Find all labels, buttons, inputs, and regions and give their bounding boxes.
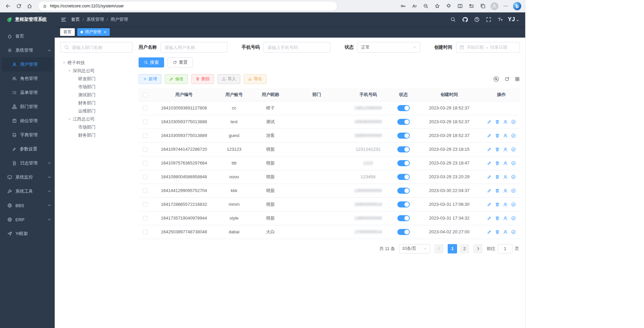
row-checkbox[interactable] [143, 230, 148, 234]
edit-button[interactable] [487, 120, 492, 124]
tree-node[interactable]: 市场部门 [60, 83, 133, 91]
edit-button[interactable] [487, 161, 492, 166]
assign-role-button[interactable] [511, 188, 516, 193]
tab-close-icon[interactable]: × [104, 30, 106, 34]
phone-input[interactable] [263, 42, 331, 53]
sidebar-item-erp[interactable]: ERP [0, 213, 55, 227]
collections-button[interactable] [478, 1, 488, 11]
tree-node[interactable]: 江西总公司 [60, 115, 133, 123]
delete-button[interactable] [495, 133, 500, 138]
page-size-select[interactable]: 10条/页 [399, 244, 430, 253]
row-checkbox[interactable] [143, 120, 148, 124]
assign-role-button[interactable] [511, 161, 516, 166]
row-checkbox[interactable] [143, 202, 148, 207]
tree-node[interactable]: 财务部门 [60, 131, 133, 139]
edit-button[interactable] [487, 230, 492, 234]
split-screen-button[interactable] [455, 1, 465, 11]
extensions-button[interactable] [443, 1, 454, 11]
delete-button[interactable] [495, 161, 500, 166]
assign-role-button[interactable] [511, 133, 516, 138]
font-size-button[interactable] [498, 17, 503, 22]
sidebar-item-monitor[interactable]: 系统监控 [0, 170, 55, 184]
profile-button[interactable] [489, 1, 500, 11]
status-select[interactable]: 正常 [357, 42, 420, 53]
status-toggle[interactable] [397, 215, 410, 221]
sidebar-item-yi-framework[interactable]: Yi框架 [0, 227, 55, 241]
reset-password-button[interactable] [503, 133, 508, 138]
address-bar[interactable]: https://ccnetcore.com:1101/system/user [38, 2, 337, 11]
row-checkbox[interactable] [143, 133, 148, 138]
search-button[interactable] [450, 17, 456, 22]
tree-node[interactable]: 研发部门 [60, 75, 133, 83]
row-checkbox[interactable] [143, 216, 148, 221]
delete-button[interactable] [495, 230, 500, 234]
tree-node[interactable]: 深圳总公司 [60, 67, 133, 75]
delete-button[interactable] [495, 147, 500, 152]
favorites-bar-button[interactable] [466, 1, 477, 11]
prev-page-button[interactable] [434, 244, 444, 253]
delete-button[interactable] [495, 120, 500, 124]
import-button[interactable]: 导入 [217, 74, 240, 84]
edit-button[interactable] [487, 133, 492, 138]
status-toggle[interactable] [397, 174, 410, 180]
goto-page-input[interactable] [498, 244, 512, 253]
edit-button[interactable] [487, 216, 492, 221]
status-toggle[interactable] [397, 188, 410, 194]
tree-node[interactable]: 运维部门 [60, 107, 133, 115]
copilot-button[interactable]: b [512, 1, 523, 11]
status-toggle[interactable] [397, 119, 410, 125]
back-button[interactable] [3, 1, 13, 11]
status-toggle[interactable] [397, 105, 410, 111]
sidebar-item-dept-management[interactable]: 部门管理 [0, 100, 55, 114]
tab-user-management[interactable]: 用户管理 × [77, 28, 110, 36]
favorites-button[interactable] [432, 1, 443, 11]
status-toggle[interactable] [397, 201, 410, 207]
sidebar-item-home[interactable]: 首页 [0, 29, 55, 43]
refresh-button[interactable] [13, 1, 24, 11]
sidebar-item-role-management[interactable]: 角色管理 [0, 72, 55, 86]
grid-button[interactable] [515, 77, 520, 82]
date-range-picker[interactable]: 开始日期 - 结束日期 [456, 42, 520, 53]
delete-button[interactable]: 删除 [191, 74, 214, 84]
reset-button[interactable]: 重置 [167, 57, 193, 67]
home-button[interactable] [24, 1, 35, 11]
tree-node[interactable]: 市场部门 [60, 123, 133, 131]
sidebar-item-bbs[interactable]: BBS [0, 198, 55, 213]
user-name-input[interactable] [160, 42, 228, 53]
row-checkbox[interactable] [143, 161, 148, 166]
sidebar-item-dict-management[interactable]: 字典管理 [0, 128, 55, 142]
delete-button[interactable] [495, 175, 500, 179]
edit-button[interactable] [487, 147, 492, 152]
status-toggle[interactable] [397, 133, 410, 139]
sidebar-item-user-management[interactable]: 用户管理 [2, 57, 53, 72]
refresh-button[interactable] [504, 77, 509, 82]
reset-password-button[interactable] [503, 216, 508, 221]
delete-button[interactable] [495, 202, 500, 207]
reset-password-button[interactable] [503, 188, 508, 193]
edit-button[interactable]: 修改 [165, 74, 188, 84]
caret-down-icon[interactable] [62, 61, 66, 64]
tree-node[interactable]: 财务部门 [60, 99, 133, 107]
sidebar-item-param-settings[interactable]: 参数设置 [0, 142, 55, 156]
assign-role-button[interactable] [511, 230, 516, 234]
read-aloud-button[interactable] [409, 1, 420, 11]
more-button[interactable] [500, 1, 511, 11]
reset-password-button[interactable] [503, 175, 508, 179]
key-button[interactable] [398, 1, 408, 11]
breadcrumb-item[interactable]: 系统管理 [87, 16, 104, 22]
sidebar-item-menu-management[interactable]: 菜单管理 [0, 86, 55, 100]
assign-role-button[interactable] [511, 216, 516, 221]
fullscreen-button[interactable] [486, 17, 491, 22]
delete-button[interactable] [495, 216, 500, 221]
next-page-button[interactable] [473, 244, 483, 253]
assign-role-button[interactable] [511, 120, 516, 124]
add-button[interactable]: 新增 [139, 74, 161, 84]
status-toggle[interactable] [397, 160, 410, 166]
export-button[interactable]: 导出 [244, 74, 266, 84]
caret-down-icon[interactable] [68, 69, 71, 72]
zoom-out-button[interactable] [420, 1, 431, 11]
row-checkbox[interactable] [143, 106, 148, 110]
row-checkbox[interactable] [143, 147, 148, 152]
search-button[interactable]: 搜索 [139, 57, 164, 67]
sidebar-item-system[interactable]: 系统管理 [0, 43, 55, 57]
